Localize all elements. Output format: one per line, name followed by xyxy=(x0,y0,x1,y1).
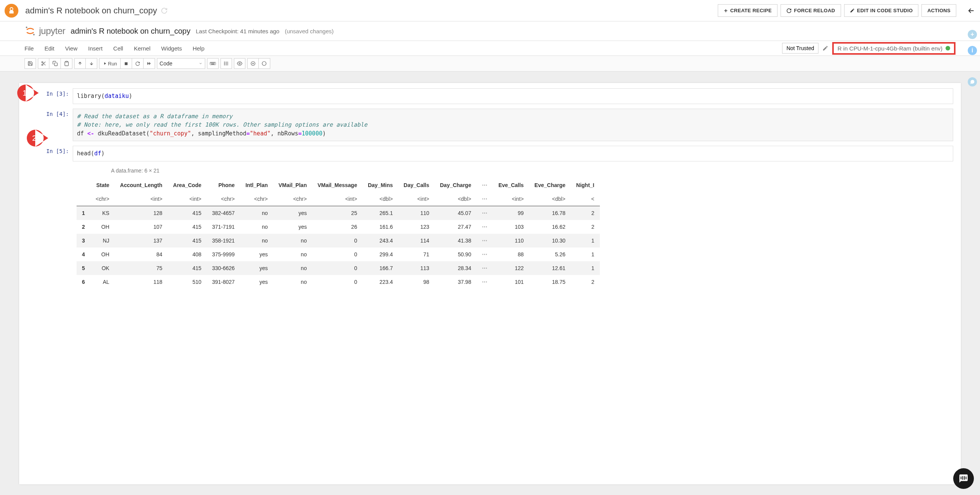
code-cell-3[interactable]: In [3]: library(dataiku) xyxy=(19,87,961,106)
jupyter-logo[interactable]: jupyter xyxy=(24,25,65,37)
list-icon xyxy=(224,61,229,66)
cell-type-value: Code xyxy=(160,60,172,67)
menu-help[interactable]: Help xyxy=(193,45,204,52)
restart-button[interactable] xyxy=(132,58,144,69)
not-trusted-button[interactable]: Not Trusted xyxy=(782,43,818,54)
intercom-chat-button[interactable] xyxy=(953,468,974,489)
svg-rect-8 xyxy=(211,63,211,63)
checkpoint-text: Last Checkpoint: 41 minutes ago xyxy=(196,28,279,34)
svg-rect-14 xyxy=(211,64,214,64)
unsaved-indicator: (unsaved changes) xyxy=(285,28,334,34)
table-row: 5OK75415330-6626yesno0166.711328.34⋯1221… xyxy=(77,261,600,275)
outputs-button[interactable] xyxy=(220,58,232,69)
stop-icon xyxy=(124,62,128,66)
kernel-indicator[interactable]: R in CPU-M-1-cpu-4Gb-Ram (builtin env) xyxy=(832,42,956,55)
edit-code-studio-button[interactable]: EDIT IN CODE STUDIO xyxy=(844,4,919,17)
create-recipe-label: CREATE RECIPE xyxy=(730,8,772,13)
plus-circle-icon xyxy=(250,61,256,66)
move-down-button[interactable] xyxy=(86,58,97,69)
jupyter-menu-bar: File Edit View Insert Cell Kernel Widget… xyxy=(0,41,980,56)
code-input-3[interactable]: library(dataiku) xyxy=(73,88,953,104)
rail-plus-icon[interactable]: + xyxy=(968,30,977,39)
svg-rect-10 xyxy=(212,63,212,63)
paste-button[interactable] xyxy=(61,58,72,69)
top-buttons-group: CREATE RECIPE FORCE RELOAD EDIT IN CODE … xyxy=(718,4,975,17)
menu-cell[interactable]: Cell xyxy=(113,45,123,52)
right-rail: + i xyxy=(968,30,977,86)
cell-type-dropdown[interactable]: Code xyxy=(157,58,205,69)
svg-point-21 xyxy=(239,63,240,64)
svg-point-0 xyxy=(26,26,27,28)
annotation-badge-1: 1 xyxy=(17,85,39,101)
create-recipe-button[interactable]: CREATE RECIPE xyxy=(718,4,777,17)
dataiku-top-bar: admin's R notebook on churn_copy CREATE … xyxy=(0,0,980,21)
menu-insert[interactable]: Insert xyxy=(88,45,103,52)
plus-icon xyxy=(724,8,728,13)
output-cell-5: A data.frame: 6 × 21 StateAccount_Length… xyxy=(73,164,961,292)
svg-rect-6 xyxy=(125,62,127,65)
actions-button[interactable]: ACTIONS xyxy=(921,4,956,17)
table-row: 1KS128415382-4657noyes25265.111045.07⋯99… xyxy=(77,206,600,220)
cut-button[interactable] xyxy=(38,58,49,69)
plus-circle-button[interactable] xyxy=(247,58,259,69)
jupyter-logo-icon xyxy=(24,25,36,37)
prompt-in-5: In [5]: xyxy=(27,146,73,161)
annotation-2-number: 2 xyxy=(32,134,36,143)
svg-point-23 xyxy=(262,62,266,66)
restart-icon xyxy=(135,61,140,66)
kernel-name: R in CPU-M-1-cpu-4Gb-Ram (builtin env) xyxy=(838,45,942,52)
annotation-badge-2: 2 xyxy=(27,130,48,147)
command-palette-button[interactable] xyxy=(207,58,219,69)
code-cell-4[interactable]: In [4]: # Read the dataset as a R datafr… xyxy=(19,107,961,143)
notebook-title-text: admin's R notebook on churn_copy xyxy=(25,6,157,16)
fast-forward-icon xyxy=(147,61,151,66)
code-cell-5[interactable]: In [5]: head(df) xyxy=(19,144,961,163)
reload-small-icon[interactable] xyxy=(161,7,168,14)
annotation-1-number: 1 xyxy=(23,89,27,98)
menu-widgets[interactable]: Widgets xyxy=(161,45,182,52)
edit-pencil-icon[interactable] xyxy=(822,45,828,51)
save-icon xyxy=(28,61,33,66)
move-up-button[interactable] xyxy=(74,58,86,69)
circle-button[interactable] xyxy=(259,58,270,69)
save-button[interactable] xyxy=(24,58,36,69)
svg-point-1 xyxy=(33,34,35,36)
restart-run-all-button[interactable] xyxy=(144,58,155,69)
menu-view[interactable]: View xyxy=(65,45,77,52)
notebook-container: In [3]: library(dataiku) In [4]: # Read … xyxy=(19,83,961,484)
interrupt-button[interactable] xyxy=(121,58,132,69)
notebook-title-bar: admin's R notebook on churn_copy xyxy=(25,6,718,16)
notebook-scroll-area[interactable]: 1 2 In [3]: library(dataiku) In [4]: # R… xyxy=(0,72,980,495)
back-arrow-icon[interactable] xyxy=(967,7,975,15)
edit-studio-label: EDIT IN CODE STUDIO xyxy=(857,8,913,13)
force-reload-button[interactable]: FORCE RELOAD xyxy=(781,4,841,17)
svg-point-19 xyxy=(224,63,225,64)
run-button[interactable]: Run xyxy=(99,58,121,69)
svg-point-2 xyxy=(42,62,43,63)
menu-file[interactable]: File xyxy=(24,45,34,52)
svg-rect-11 xyxy=(213,63,213,63)
menu-edit[interactable]: Edit xyxy=(44,45,54,52)
dataiku-logo-icon[interactable] xyxy=(5,4,18,18)
notebook-name[interactable]: admin's R notebook on churn_copy xyxy=(71,27,191,36)
svg-point-20 xyxy=(224,65,225,65)
svg-rect-12 xyxy=(214,63,214,63)
table-type-row: <chr><int><int><chr><chr><chr><int><dbl>… xyxy=(77,192,600,206)
force-reload-label: FORCE RELOAD xyxy=(794,8,835,13)
variables-button[interactable] xyxy=(234,58,245,69)
circle-icon xyxy=(261,61,267,66)
kernel-status-dot-icon xyxy=(946,46,950,50)
svg-rect-9 xyxy=(211,63,212,63)
code-input-4[interactable]: # Read the dataset as a R dataframe in m… xyxy=(73,109,953,142)
arrow-up-icon xyxy=(78,61,82,66)
rail-info-icon[interactable]: i xyxy=(968,46,977,55)
code-input-5[interactable]: head(df) xyxy=(73,146,953,161)
menu-kernel[interactable]: Kernel xyxy=(134,45,150,52)
keyboard-icon xyxy=(210,62,216,65)
arrow-down-icon xyxy=(89,61,94,66)
rail-chat-icon[interactable] xyxy=(968,77,977,86)
pencil-icon xyxy=(850,8,855,13)
svg-rect-4 xyxy=(54,63,57,66)
svg-rect-7 xyxy=(210,62,216,65)
copy-button[interactable] xyxy=(49,58,61,69)
